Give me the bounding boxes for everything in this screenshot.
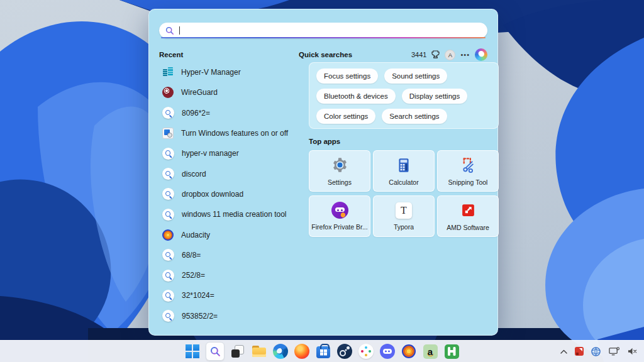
top-apps-title: Top apps	[309, 138, 499, 145]
recent-item-calc-4[interactable]: 32*1024=	[159, 285, 299, 305]
top-apps-grid: Settings Calculator	[309, 150, 499, 237]
settings-gear-icon	[331, 156, 348, 174]
text-caret	[179, 26, 180, 35]
more-options-icon[interactable]: •••	[460, 51, 470, 58]
search-icon	[210, 346, 221, 357]
calculator-icon	[395, 156, 413, 174]
edge-icon	[273, 344, 288, 359]
search-icon	[162, 148, 174, 160]
green-h-app-icon	[445, 344, 459, 359]
windows-features-icon	[162, 128, 174, 139]
chip-display-settings[interactable]: Display settings	[402, 89, 468, 104]
search-icon	[162, 107, 174, 119]
tile-typora[interactable]: T Typora	[373, 195, 435, 237]
recent-item-media-creation[interactable]: windows 11 media creation tool	[159, 204, 299, 224]
tile-settings[interactable]: Settings	[309, 150, 370, 192]
wireguard-app-icon	[162, 87, 174, 98]
microsoft-store-icon	[316, 346, 330, 358]
task-view-icon	[231, 345, 244, 358]
microsoft-rewards-icon[interactable]	[431, 50, 440, 59]
quick-searches-panel: Focus settings Sound settings Bluetooth …	[309, 62, 499, 129]
file-explorer-button[interactable]	[251, 343, 267, 359]
discord-button[interactable]	[379, 343, 396, 359]
search-icon	[162, 249, 174, 261]
audacity-button[interactable]	[401, 343, 417, 359]
slack-button[interactable]	[358, 343, 374, 359]
amazon-icon: a	[423, 344, 438, 359]
taskbar: a	[0, 340, 644, 362]
recent-item-calc-3[interactable]: 252/8=	[159, 265, 299, 285]
discord-icon	[380, 344, 395, 359]
recent-item-hyperv-search[interactable]: hyper-v manager	[159, 143, 299, 163]
recent-item-calc-5[interactable]: 953852/2=	[159, 306, 299, 326]
recent-item-audacity[interactable]: Audacity	[159, 224, 299, 244]
chip-bluetooth-devices[interactable]: Bluetooth & devices	[316, 89, 396, 104]
tile-firefox-private[interactable]: Firefox Private Br...	[309, 195, 370, 237]
recent-item-calc-1[interactable]: 8096*2=	[159, 103, 299, 123]
file-explorer-icon	[252, 346, 266, 357]
search-icon	[162, 270, 174, 282]
search-underline	[161, 37, 486, 38]
tile-snipping-tool[interactable]: Snipping Tool	[437, 150, 499, 192]
defender-globe-icon[interactable]	[591, 346, 601, 357]
section-header-row: Recent Quick searches 3441 A •••	[159, 48, 487, 61]
search-icon	[162, 290, 174, 302]
copilot-icon[interactable]	[475, 48, 487, 61]
volume-muted-icon[interactable]	[627, 347, 638, 356]
search-icon	[165, 26, 174, 35]
audacity-app-icon	[162, 229, 174, 241]
windows-start-icon	[186, 344, 199, 358]
search-icon	[162, 310, 174, 322]
account-avatar[interactable]: A	[445, 50, 455, 60]
quick-searches-title: Quick searches	[299, 51, 352, 58]
amazon-button[interactable]: a	[422, 343, 438, 359]
chip-search-settings[interactable]: Search settings	[382, 109, 447, 124]
taskbar-search-button[interactable]	[206, 342, 225, 361]
task-view-button[interactable]	[230, 343, 246, 359]
recent-list: Hyper-V Manager WireGuard 8096*2= Turn W…	[159, 62, 299, 326]
amd-software-icon	[459, 202, 477, 219]
microsoft-store-button[interactable]	[315, 343, 331, 359]
start-button[interactable]	[184, 343, 201, 359]
steam-icon	[337, 344, 352, 359]
recent-item-hyperv-manager[interactable]: Hyper-V Manager	[159, 62, 299, 82]
search-icon	[162, 188, 174, 200]
green-h-app-button[interactable]	[443, 343, 460, 359]
taskbar-pinned-apps: a	[184, 342, 460, 361]
recent-item-wireguard[interactable]: WireGuard	[159, 82, 299, 102]
amd-tray-icon[interactable]	[575, 347, 584, 356]
system-tray	[560, 341, 638, 362]
search-icon	[162, 209, 174, 221]
rewards-points: 3441	[411, 51, 426, 58]
recent-item-windows-features[interactable]: Turn Windows features on or off	[159, 123, 299, 143]
windows-search-flyout: Recent Quick searches 3441 A ••• Hyper-V…	[148, 9, 498, 336]
recent-item-discord[interactable]: discord	[159, 163, 299, 184]
right-column: Focus settings Sound settings Bluetooth …	[309, 62, 499, 237]
typora-icon: T	[396, 202, 412, 219]
edge-button[interactable]	[272, 343, 289, 359]
snipping-tool-icon	[459, 156, 477, 174]
chip-focus-settings[interactable]: Focus settings	[316, 69, 378, 84]
hyperv-app-icon	[162, 67, 174, 78]
tile-calculator[interactable]: Calculator	[373, 150, 435, 192]
search-icon	[162, 168, 174, 180]
tile-amd-software[interactable]: AMD Software	[437, 195, 499, 237]
chip-sound-settings[interactable]: Sound settings	[384, 69, 447, 84]
slack-icon	[358, 344, 374, 359]
header-meta: 3441 A •••	[411, 48, 487, 61]
steam-button[interactable]	[336, 343, 353, 359]
firefox-icon	[294, 344, 309, 359]
audacity-icon	[402, 344, 416, 358]
recent-item-dropbox[interactable]: dropbox download	[159, 184, 299, 204]
hidden-icons-chevron[interactable]	[560, 349, 568, 354]
chip-color-settings[interactable]: Color settings	[316, 109, 375, 124]
firefox-button[interactable]	[294, 343, 310, 359]
firefox-private-icon	[331, 202, 348, 219]
display-device-icon[interactable]	[608, 346, 620, 356]
recent-item-calc-2[interactable]: 68/8=	[159, 245, 299, 265]
search-input[interactable]	[159, 23, 487, 38]
recent-title: Recent	[159, 51, 299, 58]
